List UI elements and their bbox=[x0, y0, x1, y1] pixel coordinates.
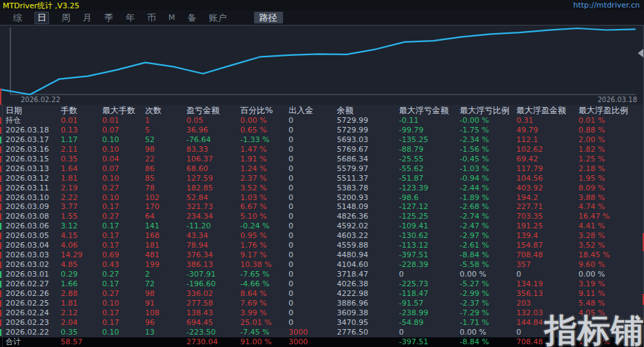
cell: -109.41 bbox=[399, 221, 460, 231]
chart-start-date-label: 2026.02.22 bbox=[21, 96, 60, 103]
cell: 0.10 bbox=[102, 135, 145, 145]
cell: -2.68 % bbox=[460, 202, 516, 212]
table-row[interactable]: 2026.02.262.880.2798336.028.64 %04222.98… bbox=[0, 289, 644, 299]
table-row[interactable]: 2026.03.0314.290.69481376.349.17 %04480.… bbox=[0, 250, 644, 260]
table-row[interactable]: 2026.03.063.120.17141-11.20-0.24 %04592.… bbox=[0, 221, 644, 231]
cell: 2.22 bbox=[61, 193, 102, 203]
column-header: 次数 bbox=[145, 105, 186, 116]
cell: -1.75 % bbox=[460, 126, 516, 135]
cell: 234.34 bbox=[186, 212, 240, 221]
cell: 2730.04 bbox=[186, 337, 240, 347]
cell: 2026.03.06 bbox=[6, 221, 61, 231]
cell: 0.17 bbox=[102, 318, 145, 328]
column-header: 最大浮亏比例 bbox=[460, 105, 516, 116]
cell: 2026.03.02 bbox=[6, 260, 61, 270]
tab-日[interactable]: 日 bbox=[35, 12, 49, 24]
table-row[interactable]: 2026.03.162.110.109883.331.47 %05769.67-… bbox=[0, 145, 644, 155]
cell: 127.59 bbox=[186, 174, 240, 184]
cell: 4.85 bbox=[61, 260, 102, 270]
table-row[interactable]: 持仓0.010.0110.050.00 %05729.99-0.11-0.00 … bbox=[0, 116, 644, 126]
cell: 112.1 bbox=[516, 135, 578, 145]
cell: 9.17 % bbox=[240, 250, 289, 260]
cell: -25.55 bbox=[399, 155, 460, 164]
row-sign-marker bbox=[0, 204, 1, 210]
left-edge-marker bbox=[0, 88, 1, 105]
cell: 98 bbox=[145, 289, 186, 299]
cell: 0.27 bbox=[102, 184, 145, 193]
tab-周[interactable]: 周 bbox=[61, 12, 70, 24]
cell: 0 bbox=[289, 145, 337, 155]
table-row[interactable]: 2026.03.180.130.07536.960.65 %05729.99-9… bbox=[0, 126, 644, 135]
table-row[interactable]: 2026.03.054.150.1716843.340.95 %04603.22… bbox=[0, 231, 644, 241]
cell: 1.55 bbox=[61, 212, 102, 221]
cell: 2.12 bbox=[61, 308, 102, 318]
cell: 4603.22 bbox=[337, 231, 399, 241]
cell: 356.13 bbox=[516, 289, 578, 299]
cell: -1.03 % bbox=[460, 164, 516, 174]
table-row[interactable]: 2026.03.024.850.43199386.1310.38 %04104.… bbox=[0, 260, 644, 270]
tab-年[interactable]: 年 bbox=[126, 12, 135, 24]
table-row[interactable]: 2026.03.121.810.1085127.592.37 %05511.37… bbox=[0, 174, 644, 184]
tab-账户[interactable]: 账户 bbox=[209, 12, 227, 24]
cell: 2026.03.15 bbox=[6, 155, 61, 164]
table-row[interactable]: 2026.02.251.810.1091277.587.69 %03886.96… bbox=[0, 299, 644, 308]
path-button[interactable]: 路径 bbox=[254, 12, 283, 23]
cell: 0 bbox=[289, 250, 337, 260]
title-bar: MTDriver统计 ,V3.25 http://mtdriver.cn bbox=[0, 0, 644, 10]
table-row[interactable]: 2026.03.171.170.1052-76.64-1.33 %05693.0… bbox=[0, 135, 644, 145]
cell: 3000 bbox=[289, 337, 337, 347]
cell: 2.04 bbox=[61, 318, 102, 328]
table-row[interactable]: 2026.03.010.290.272-307.91-7.65 %03718.4… bbox=[0, 270, 644, 279]
cell: 2026.03.03 bbox=[6, 250, 61, 260]
row-sign-marker bbox=[0, 156, 1, 163]
table-row[interactable]: 2026.03.081.550.2764234.345.10 %04826.36… bbox=[0, 212, 644, 221]
tab-月[interactable]: 月 bbox=[83, 12, 92, 24]
cell: 141 bbox=[145, 221, 186, 231]
cell: -8.84 % bbox=[460, 250, 516, 260]
cell: 3.77 bbox=[61, 202, 102, 212]
cell: 170 bbox=[145, 202, 186, 212]
cell: 0.31 bbox=[516, 116, 578, 126]
app-url-link[interactable]: http://mtdriver.cn bbox=[573, 1, 640, 10]
tab-M[interactable]: M bbox=[168, 13, 175, 22]
table-row[interactable]: 2026.03.093.770.17170321.736.67 %05148.0… bbox=[0, 202, 644, 212]
cell: 0.04 bbox=[102, 155, 145, 164]
cell: 0.01 bbox=[102, 116, 145, 126]
cell: 43.34 bbox=[186, 231, 240, 241]
cell: 1.76 % bbox=[240, 241, 289, 250]
balance-line-series bbox=[1, 28, 635, 95]
cell: -2.34 % bbox=[460, 135, 516, 145]
cell: 16.47 % bbox=[578, 212, 644, 221]
table-row[interactable]: 2026.03.131.640.078668.601.24 %05579.97-… bbox=[0, 164, 644, 174]
cell: -238.99 bbox=[399, 308, 460, 318]
cell: 376.34 bbox=[186, 250, 240, 260]
cell: 0.27 bbox=[102, 289, 145, 299]
table-row[interactable]: 2026.03.112.190.2778182.853.52 %05383.78… bbox=[0, 184, 644, 193]
cell: 52.84 bbox=[186, 193, 240, 203]
cell: 5729.99 bbox=[337, 116, 399, 126]
cell: 2.37 % bbox=[240, 174, 289, 184]
cell: -123.39 bbox=[399, 184, 460, 193]
cell: -51.87 bbox=[399, 174, 460, 184]
table-row[interactable]: 2026.03.150.350.0422106.371.91 %05686.34… bbox=[0, 155, 644, 164]
app-title: MTDriver统计 ,V3.25 bbox=[3, 1, 79, 11]
tab-备[interactable]: 备 bbox=[188, 12, 197, 24]
cell bbox=[337, 337, 399, 347]
cell: 0 bbox=[289, 135, 337, 145]
tab-季[interactable]: 季 bbox=[104, 12, 113, 24]
cell: 357 bbox=[516, 260, 578, 270]
tab-币[interactable]: 币 bbox=[147, 12, 156, 24]
tab-综[interactable]: 综 bbox=[13, 12, 22, 24]
cell: 199 bbox=[145, 260, 186, 270]
table-row[interactable]: 2026.03.102.220.1010252.841.03 %05200.93… bbox=[0, 193, 644, 203]
cell: -127.12 bbox=[399, 202, 460, 212]
cell: 154.87 bbox=[516, 241, 578, 250]
row-sign-marker bbox=[0, 310, 1, 317]
cell: 2776.50 bbox=[337, 328, 399, 337]
cell: 0.00 % bbox=[460, 270, 516, 279]
cell: -54.89 bbox=[399, 318, 460, 328]
cell: -1.33 % bbox=[240, 135, 289, 145]
table-row[interactable]: 2026.02.271.660.1772-196.60-4.66 %04026.… bbox=[0, 279, 644, 289]
cell: 3000 bbox=[289, 328, 337, 337]
table-row[interactable]: 2026.03.044.060.1718178.941.76 %04559.88… bbox=[0, 241, 644, 250]
